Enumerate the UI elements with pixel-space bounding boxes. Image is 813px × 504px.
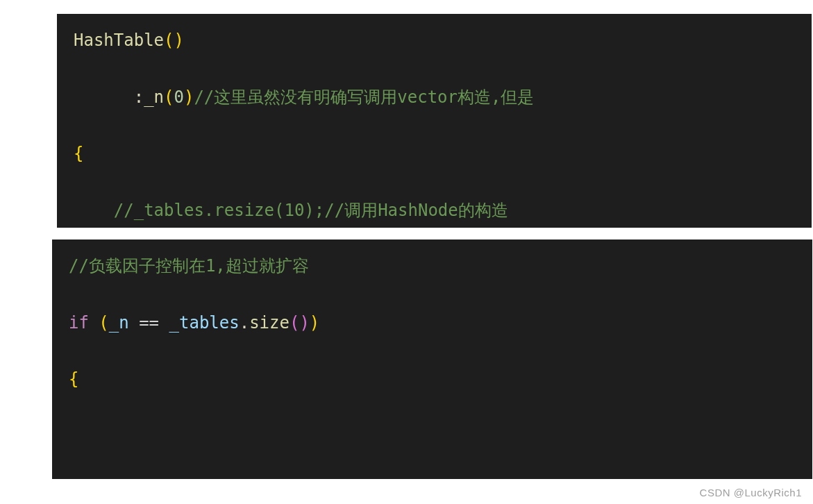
blank-line — [69, 426, 78, 446]
space — [159, 313, 169, 333]
var: _n — [109, 313, 129, 333]
brace: { — [69, 369, 78, 389]
space — [89, 313, 99, 333]
fn: size — [249, 313, 290, 333]
comment: //这里虽然没有明确写调用vector构造,但是 — [194, 87, 534, 107]
paren: ) — [299, 313, 309, 333]
keyword-if: if — [69, 313, 89, 333]
paren: ( — [164, 31, 174, 50]
number: 0 — [174, 87, 184, 107]
colon: : — [134, 87, 144, 107]
paren: ) — [184, 87, 194, 107]
brace: { — [74, 144, 83, 163]
paren: ( — [290, 313, 299, 333]
code-block-top: HashTable() :_n(0)//这里虽然没有明确写调用vector构造,… — [57, 14, 812, 228]
dot: . — [240, 313, 249, 333]
paren: ( — [164, 87, 174, 107]
code-block-bottom: //负载因子控制在1,超过就扩容 if (_n == _tables.size(… — [52, 240, 812, 479]
indent — [74, 87, 134, 107]
space — [129, 313, 139, 333]
code-content-top: HashTable() :_n(0)//这里虽然没有明确写调用vector构造,… — [74, 26, 795, 228]
var: _tables — [169, 313, 240, 333]
paren: ) — [174, 31, 184, 50]
paren: ( — [99, 313, 108, 333]
var: _n — [144, 87, 164, 107]
indent — [74, 201, 114, 220]
paren: ) — [310, 313, 319, 333]
comment: //_tables.resize(10);//调用HashNode的构造 — [114, 201, 508, 220]
watermark: CSDN @LuckyRich1 — [700, 487, 802, 498]
operator: == — [139, 313, 159, 333]
comment: //负载因子控制在1,超过就扩容 — [69, 256, 309, 276]
code-content-bottom: //负载因子控制在1,超过就扩容 if (_n == _tables.size(… — [69, 252, 796, 479]
identifier: HashTable — [74, 31, 164, 50]
